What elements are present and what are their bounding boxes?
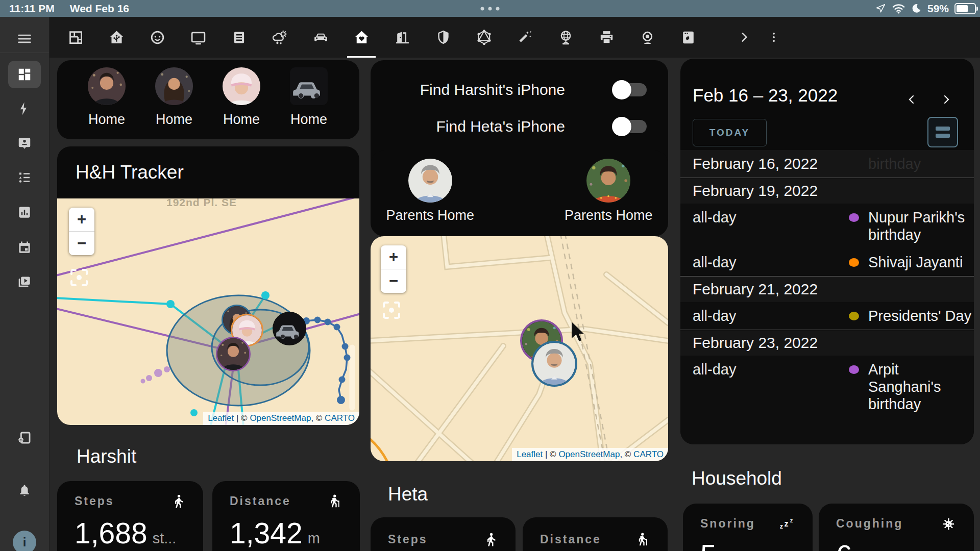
calendar-today-button[interactable]: TODAY <box>693 119 767 146</box>
nav-tab-camera[interactable] <box>633 17 661 58</box>
person-badge-icon <box>17 135 32 151</box>
find-harshit-toggle[interactable] <box>612 80 648 99</box>
nav-tab-radiator[interactable] <box>225 17 253 58</box>
stat-value: 1,342 <box>230 516 303 550</box>
calendar-prev-button[interactable] <box>900 88 923 111</box>
person-state: Parents Home <box>565 208 653 223</box>
sidebar-item-energy[interactable] <box>9 95 40 122</box>
stat-unit: st... <box>153 530 177 547</box>
calendar-event-row[interactable]: all-day Arpit Sanghani's birthday <box>680 356 974 418</box>
zoom-in-button[interactable]: + <box>69 208 94 231</box>
map-marker-car[interactable] <box>273 312 306 345</box>
person-chip-mother[interactable]: Parents Home <box>565 159 653 236</box>
sidebar-item-map[interactable] <box>9 129 40 157</box>
parents-map[interactable]: + − Leaflet | © OpenStreetMap, © CARTO <box>371 236 668 461</box>
user-avatar[interactable]: i <box>13 531 36 551</box>
nav-tab-car[interactable] <box>307 17 334 58</box>
svg-text:z: z <box>790 517 793 523</box>
find-harshit-row: Find Harshit's iPhone <box>371 71 668 108</box>
stat-value: 5 <box>700 538 717 551</box>
zoom-in-button[interactable]: + <box>381 245 406 269</box>
walk-icon <box>170 493 186 509</box>
heta-distance-card[interactable]: Distance <box>523 517 668 551</box>
nav-tab-baby[interactable] <box>143 17 171 58</box>
sidebar-item-history[interactable] <box>9 198 40 226</box>
find-heta-toggle[interactable] <box>612 117 648 136</box>
nav-tab-network[interactable] <box>552 17 579 58</box>
nav-tab-printer[interactable] <box>593 17 620 58</box>
map-marker-father[interactable] <box>531 341 577 387</box>
calendar-event-list: February 16, 2022 birthday February 19, … <box>680 150 974 444</box>
avatar-car <box>290 67 328 105</box>
printer-icon <box>598 29 615 46</box>
zoom-out-button[interactable]: − <box>381 269 406 293</box>
avatar-father <box>408 159 452 203</box>
household-snoring-card[interactable]: Snoring zzz 5 <box>683 504 813 551</box>
nav-tab-automation[interactable] <box>511 17 538 58</box>
virus-icon <box>941 516 957 532</box>
graphql-icon <box>476 29 493 46</box>
nav-tab-home-heart[interactable] <box>348 17 375 58</box>
locate-button[interactable] <box>67 266 91 289</box>
sidebar-item-calendar[interactable] <box>9 234 40 261</box>
calendar-event-row[interactable]: all-day Shivaji Jayanti <box>680 248 974 276</box>
chevron-right-icon <box>940 93 952 106</box>
nav-scroll-right-button[interactable] <box>730 17 758 58</box>
person-state: Home <box>223 112 260 128</box>
carto-link[interactable]: CARTO <box>325 413 355 423</box>
locate-button[interactable] <box>380 298 403 322</box>
person-chip-baby[interactable]: Home <box>223 67 260 128</box>
person-chip-car[interactable]: Home <box>290 67 328 128</box>
notifications-button[interactable] <box>9 477 40 505</box>
stat-value: 6 <box>836 539 852 551</box>
leaflet-link[interactable]: Leaflet <box>208 413 234 423</box>
location-arrow-icon <box>875 3 886 14</box>
nav-tab-weather[interactable] <box>266 17 293 58</box>
map-marker-harshit[interactable] <box>216 337 251 371</box>
carto-link[interactable]: CARTO <box>633 449 664 459</box>
svg-text:z: z <box>780 523 783 530</box>
status-time: 11:11 PM <box>9 3 55 15</box>
zoom-out-button[interactable]: − <box>69 231 94 255</box>
person-chip-harshit[interactable]: Home <box>88 67 126 128</box>
avatar-mother <box>586 159 630 203</box>
nav-tab-security[interactable] <box>429 17 457 58</box>
calendar-list-view-button[interactable] <box>927 117 958 147</box>
globe-network-icon <box>557 29 574 46</box>
walk-icon <box>482 532 498 547</box>
osm-link[interactable]: OpenStreetMap <box>250 413 311 423</box>
tracker-map[interactable]: 192nd Pl. SE + <box>57 198 359 425</box>
harshit-distance-card[interactable]: Distance 1,342m <box>212 481 360 551</box>
menu-button[interactable] <box>9 25 40 53</box>
nav-tab-tv[interactable] <box>184 17 212 58</box>
heta-steps-card[interactable]: Steps <box>371 517 516 551</box>
nav-tab-door[interactable] <box>388 17 416 58</box>
section-title-household: Household <box>692 468 782 489</box>
sidebar-item-overview[interactable] <box>8 61 41 88</box>
baby-face-icon <box>149 29 166 46</box>
nav-overflow-menu-button[interactable] <box>760 17 788 58</box>
calendar-event-row[interactable]: all-day Nupur Parikh's birthday <box>680 204 974 248</box>
person-state: Home <box>156 112 192 128</box>
nav-tab-graphql[interactable] <box>470 17 498 58</box>
leaflet-link[interactable]: Leaflet <box>517 449 543 459</box>
calendar-next-button[interactable] <box>935 88 958 111</box>
nav-tab-home-assistant[interactable] <box>103 17 130 58</box>
washing-machine-icon <box>680 29 697 46</box>
person-chip-father[interactable]: Parents Home <box>386 159 474 236</box>
calendar-event-row[interactable]: all-day Presidents' Day <box>680 302 974 330</box>
nav-tab-laundry[interactable] <box>674 17 702 58</box>
person-chip-heta[interactable]: Home <box>155 67 193 128</box>
harshit-steps-card[interactable]: Steps 1,688st... <box>57 481 203 551</box>
calendar-icon <box>17 240 32 255</box>
nav-tab-floor-plan[interactable] <box>62 17 89 58</box>
sidebar-item-logbook[interactable] <box>9 164 40 191</box>
household-coughing-card[interactable]: Coughing 6 <box>819 504 974 551</box>
status-date: Wed Feb 16 <box>70 3 129 15</box>
osm-link[interactable]: OpenStreetMap <box>558 449 620 459</box>
dots-vertical-icon <box>767 31 780 44</box>
event-time: all-day <box>680 307 764 324</box>
avatar-harshit <box>88 67 126 105</box>
sidebar-item-media-browser[interactable] <box>9 268 40 296</box>
sidebar-item-developer-tools[interactable] <box>9 424 40 452</box>
